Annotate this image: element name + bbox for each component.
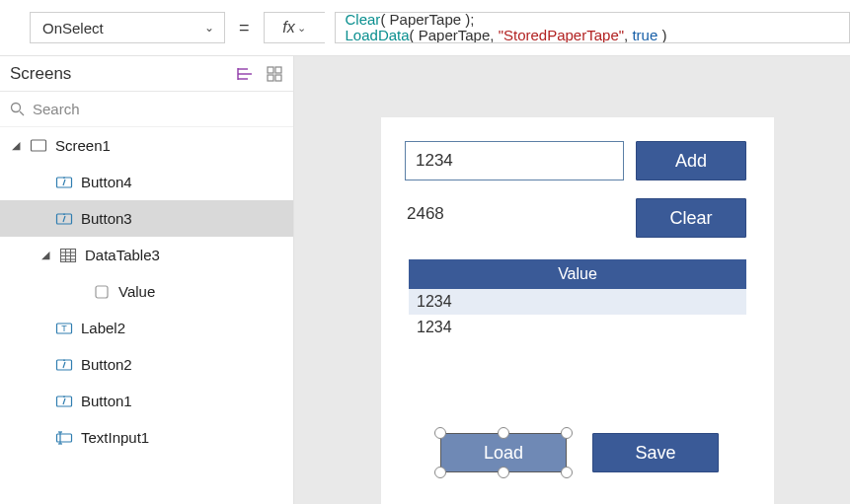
selection-handle[interactable] xyxy=(561,467,573,478)
tree-view-icon[interactable] xyxy=(236,65,254,83)
search-box[interactable]: Search xyxy=(0,92,293,127)
tree-label: Label2 xyxy=(81,320,125,336)
tree-label: Button3 xyxy=(81,210,132,227)
tree-label: DataTable3 xyxy=(85,247,160,263)
table-row[interactable]: 1234 xyxy=(409,315,746,340)
formula-bar[interactable]: Clear( PaperTape ); LoadData( PaperTape,… xyxy=(335,12,850,43)
tree-item-button4[interactable]: Button4 xyxy=(0,164,293,200)
svg-rect-4 xyxy=(268,67,273,73)
thumbnail-view-icon[interactable] xyxy=(266,65,283,83)
formula-line-1: Clear( PaperTape ); xyxy=(346,12,839,28)
svg-rect-10 xyxy=(32,140,46,151)
sum-label: 2468 xyxy=(407,204,444,224)
search-placeholder: Search xyxy=(33,101,80,117)
collapse-icon[interactable]: ◢ xyxy=(39,249,51,261)
datatable-header[interactable]: Value xyxy=(409,259,746,289)
svg-rect-5 xyxy=(275,67,281,73)
tree-item-screen1[interactable]: ◢ Screen1 xyxy=(0,127,293,164)
svg-rect-7 xyxy=(275,75,281,81)
equals-sign: = xyxy=(235,18,254,38)
property-selector-value: OnSelect xyxy=(42,20,104,36)
text-input[interactable]: 1234 xyxy=(405,141,624,180)
selection-handle[interactable] xyxy=(434,467,446,478)
button-icon xyxy=(55,174,73,191)
chevron-down-icon: ⌄ xyxy=(297,22,306,35)
text-input-value: 1234 xyxy=(416,151,453,171)
canvas-area[interactable]: 1234 Add 2468 Clear Value 1234 1234 xyxy=(294,56,850,504)
tree-label: Screen1 xyxy=(55,137,111,154)
selection-handle[interactable] xyxy=(498,427,509,439)
button-icon xyxy=(55,356,73,374)
collapse-icon[interactable]: ◢ xyxy=(10,139,22,152)
tree-item-value[interactable]: Value xyxy=(0,273,293,310)
datatable-header-label: Value xyxy=(558,265,597,283)
screens-panel-title: Screens xyxy=(10,64,71,84)
tree-item-button1[interactable]: Button1 xyxy=(0,383,293,419)
svg-line-9 xyxy=(20,111,24,115)
fx-label: fx xyxy=(282,19,294,36)
table-cell: 1234 xyxy=(417,293,452,311)
svg-rect-19 xyxy=(96,286,108,298)
save-button-label: Save xyxy=(635,443,675,464)
datatable-icon xyxy=(59,247,77,264)
property-selector[interactable]: OnSelect ⌄ xyxy=(30,12,225,43)
tree-item-button3[interactable]: Button3 xyxy=(0,200,293,237)
fx-button[interactable]: fx ⌄ xyxy=(264,12,325,43)
svg-text:T: T xyxy=(61,324,67,333)
add-button[interactable]: Add xyxy=(636,141,746,180)
screen1-preview[interactable]: 1234 Add 2468 Clear Value 1234 1234 xyxy=(381,117,774,504)
add-button-label: Add xyxy=(675,151,707,172)
tree-item-label2[interactable]: T Label2 xyxy=(0,310,293,346)
chevron-down-icon: ⌄ xyxy=(204,21,214,35)
tree-label: Button4 xyxy=(81,174,132,190)
save-button[interactable]: Save xyxy=(592,433,719,472)
table-cell: 1234 xyxy=(417,319,452,336)
svg-rect-24 xyxy=(57,434,72,442)
textinput-icon xyxy=(55,429,73,447)
tree-label: TextInput1 xyxy=(81,429,149,446)
table-row[interactable]: 1234 xyxy=(409,289,746,315)
tree-label: Button1 xyxy=(81,393,132,409)
svg-rect-6 xyxy=(268,75,273,81)
screen-icon xyxy=(30,137,47,155)
tree-label: Value xyxy=(118,283,155,300)
screens-panel: Screens Search ◢ Screen1 xyxy=(0,56,294,504)
load-button-label: Load xyxy=(484,443,523,464)
svg-point-8 xyxy=(12,104,21,112)
column-icon xyxy=(93,283,111,301)
label-icon: T xyxy=(55,320,73,337)
selection-handle[interactable] xyxy=(561,427,573,439)
button-icon xyxy=(55,393,73,410)
clear-button-label: Clear xyxy=(669,208,712,229)
clear-button[interactable]: Clear xyxy=(636,198,746,238)
tree-item-button2[interactable]: Button2 xyxy=(0,346,293,383)
tree-label: Button2 xyxy=(81,356,132,373)
tree-item-datatable3[interactable]: ◢ DataTable3 xyxy=(0,237,293,273)
formula-line-2: LoadData( PaperTape, "StoredPaperTape", … xyxy=(346,28,839,43)
button-icon xyxy=(55,210,73,228)
selection-handle[interactable] xyxy=(498,467,509,478)
datatable[interactable]: Value 1234 1234 xyxy=(409,259,746,340)
tree-view: ◢ Screen1 Button4 Button3 ◢ xyxy=(0,127,293,504)
tree-item-textinput1[interactable]: TextInput1 xyxy=(0,419,293,456)
search-icon xyxy=(10,102,25,116)
selection-handle[interactable] xyxy=(434,427,446,439)
